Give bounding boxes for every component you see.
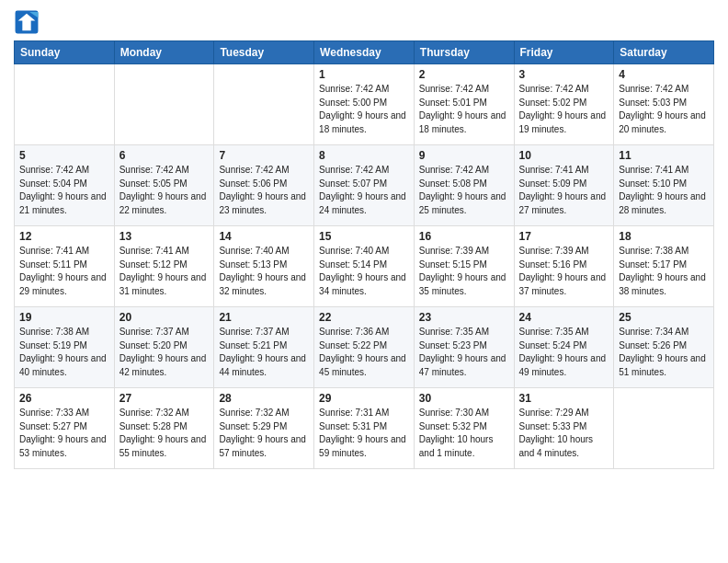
day-number: 16 [419,230,509,243]
day-number: 3 [519,68,609,81]
day-cell-3: 3Sunrise: 7:42 AMSunset: 5:02 PMDaylight… [514,64,614,145]
day-cell-26: 26Sunrise: 7:33 AMSunset: 5:27 PMDayligh… [15,388,115,469]
day-number: 21 [219,311,309,324]
day-number: 17 [519,230,609,243]
day-number: 9 [419,149,509,162]
weekday-header-thursday: Thursday [414,41,514,64]
day-number: 15 [319,230,409,243]
week-row-1: 1Sunrise: 7:42 AMSunset: 5:00 PMDaylight… [15,64,714,145]
day-cell-25: 25Sunrise: 7:34 AMSunset: 5:26 PMDayligh… [614,307,714,388]
day-number: 11 [619,149,709,162]
day-cell-9: 9Sunrise: 7:42 AMSunset: 5:08 PMDaylight… [414,145,514,226]
day-cell-27: 27Sunrise: 7:32 AMSunset: 5:28 PMDayligh… [114,388,214,469]
week-row-3: 12Sunrise: 7:41 AMSunset: 5:11 PMDayligh… [15,226,714,307]
day-cell-11: 11Sunrise: 7:41 AMSunset: 5:10 PMDayligh… [614,145,714,226]
day-cell-13: 13Sunrise: 7:41 AMSunset: 5:12 PMDayligh… [114,226,214,307]
day-number: 14 [219,230,309,243]
day-cell-21: 21Sunrise: 7:37 AMSunset: 5:21 PMDayligh… [214,307,314,388]
day-cell-30: 30Sunrise: 7:30 AMSunset: 5:32 PMDayligh… [414,388,514,469]
day-number: 4 [619,68,709,81]
day-info: Sunrise: 7:37 AMSunset: 5:20 PMDaylight:… [119,326,210,379]
day-number: 20 [119,311,210,324]
weekday-header-wednesday: Wednesday [314,41,415,64]
weekday-header-sunday: Sunday [15,41,115,64]
logo [14,9,43,35]
day-info: Sunrise: 7:41 AMSunset: 5:10 PMDaylight:… [619,164,709,217]
week-row-5: 26Sunrise: 7:33 AMSunset: 5:27 PMDayligh… [15,388,714,469]
weekday-header-saturday: Saturday [614,41,714,64]
day-number: 7 [219,149,309,162]
day-number: 5 [19,149,109,162]
day-info: Sunrise: 7:39 AMSunset: 5:15 PMDaylight:… [419,245,509,298]
logo-icon [14,9,40,35]
day-number: 28 [219,392,309,405]
day-info: Sunrise: 7:42 AMSunset: 5:04 PMDaylight:… [19,164,109,217]
day-info: Sunrise: 7:42 AMSunset: 5:02 PMDaylight:… [519,83,609,136]
day-info: Sunrise: 7:35 AMSunset: 5:24 PMDaylight:… [519,326,609,379]
day-info: Sunrise: 7:30 AMSunset: 5:32 PMDaylight:… [419,407,509,460]
day-info: Sunrise: 7:33 AMSunset: 5:27 PMDaylight:… [19,407,109,460]
header [14,9,714,35]
day-info: Sunrise: 7:42 AMSunset: 5:07 PMDaylight:… [319,164,409,217]
empty-cell [114,64,214,145]
day-cell-6: 6Sunrise: 7:42 AMSunset: 5:05 PMDaylight… [114,145,214,226]
day-info: Sunrise: 7:42 AMSunset: 5:08 PMDaylight:… [419,164,509,217]
day-info: Sunrise: 7:41 AMSunset: 5:12 PMDaylight:… [119,245,210,298]
day-info: Sunrise: 7:38 AMSunset: 5:17 PMDaylight:… [619,245,709,298]
empty-cell [15,64,115,145]
day-number: 8 [319,149,409,162]
weekday-header-friday: Friday [514,41,614,64]
day-cell-23: 23Sunrise: 7:35 AMSunset: 5:23 PMDayligh… [414,307,514,388]
day-number: 24 [519,311,609,324]
day-info: Sunrise: 7:42 AMSunset: 5:01 PMDaylight:… [419,83,509,136]
day-number: 23 [419,311,509,324]
day-cell-29: 29Sunrise: 7:31 AMSunset: 5:31 PMDayligh… [314,388,415,469]
empty-cell [214,64,314,145]
day-info: Sunrise: 7:37 AMSunset: 5:21 PMDaylight:… [219,326,309,379]
day-cell-7: 7Sunrise: 7:42 AMSunset: 5:06 PMDaylight… [214,145,314,226]
day-cell-24: 24Sunrise: 7:35 AMSunset: 5:24 PMDayligh… [514,307,614,388]
weekday-header-row: SundayMondayTuesdayWednesdayThursdayFrid… [15,41,714,64]
day-number: 1 [319,68,409,81]
day-info: Sunrise: 7:38 AMSunset: 5:19 PMDaylight:… [19,326,109,379]
day-number: 29 [319,392,409,405]
day-info: Sunrise: 7:32 AMSunset: 5:28 PMDaylight:… [119,407,210,460]
day-cell-14: 14Sunrise: 7:40 AMSunset: 5:13 PMDayligh… [214,226,314,307]
day-info: Sunrise: 7:40 AMSunset: 5:14 PMDaylight:… [319,245,409,298]
day-info: Sunrise: 7:29 AMSunset: 5:33 PMDaylight:… [519,407,609,460]
day-number: 18 [619,230,709,243]
day-cell-1: 1Sunrise: 7:42 AMSunset: 5:00 PMDaylight… [314,64,415,145]
day-info: Sunrise: 7:41 AMSunset: 5:11 PMDaylight:… [19,245,109,298]
day-cell-2: 2Sunrise: 7:42 AMSunset: 5:01 PMDaylight… [414,64,514,145]
day-cell-20: 20Sunrise: 7:37 AMSunset: 5:20 PMDayligh… [114,307,214,388]
day-cell-10: 10Sunrise: 7:41 AMSunset: 5:09 PMDayligh… [514,145,614,226]
day-cell-12: 12Sunrise: 7:41 AMSunset: 5:11 PMDayligh… [15,226,115,307]
day-info: Sunrise: 7:42 AMSunset: 5:06 PMDaylight:… [219,164,309,217]
week-row-4: 19Sunrise: 7:38 AMSunset: 5:19 PMDayligh… [15,307,714,388]
day-info: Sunrise: 7:42 AMSunset: 5:05 PMDaylight:… [119,164,210,217]
day-info: Sunrise: 7:35 AMSunset: 5:23 PMDaylight:… [419,326,509,379]
day-info: Sunrise: 7:36 AMSunset: 5:22 PMDaylight:… [319,326,409,379]
day-cell-19: 19Sunrise: 7:38 AMSunset: 5:19 PMDayligh… [15,307,115,388]
day-cell-4: 4Sunrise: 7:42 AMSunset: 5:03 PMDaylight… [614,64,714,145]
day-number: 6 [119,149,210,162]
day-number: 25 [619,311,709,324]
day-cell-28: 28Sunrise: 7:32 AMSunset: 5:29 PMDayligh… [214,388,314,469]
day-info: Sunrise: 7:32 AMSunset: 5:29 PMDaylight:… [219,407,309,460]
week-row-2: 5Sunrise: 7:42 AMSunset: 5:04 PMDaylight… [15,145,714,226]
day-number: 10 [519,149,609,162]
day-number: 30 [419,392,509,405]
day-info: Sunrise: 7:42 AMSunset: 5:00 PMDaylight:… [319,83,409,136]
day-number: 13 [119,230,210,243]
day-info: Sunrise: 7:39 AMSunset: 5:16 PMDaylight:… [519,245,609,298]
day-cell-8: 8Sunrise: 7:42 AMSunset: 5:07 PMDaylight… [314,145,415,226]
day-cell-15: 15Sunrise: 7:40 AMSunset: 5:14 PMDayligh… [314,226,415,307]
page: SundayMondayTuesdayWednesdayThursdayFrid… [0,0,728,563]
day-number: 12 [19,230,109,243]
weekday-header-tuesday: Tuesday [214,41,314,64]
day-cell-31: 31Sunrise: 7:29 AMSunset: 5:33 PMDayligh… [514,388,614,469]
day-number: 26 [19,392,109,405]
empty-cell [614,388,714,469]
day-cell-16: 16Sunrise: 7:39 AMSunset: 5:15 PMDayligh… [414,226,514,307]
day-number: 2 [419,68,509,81]
